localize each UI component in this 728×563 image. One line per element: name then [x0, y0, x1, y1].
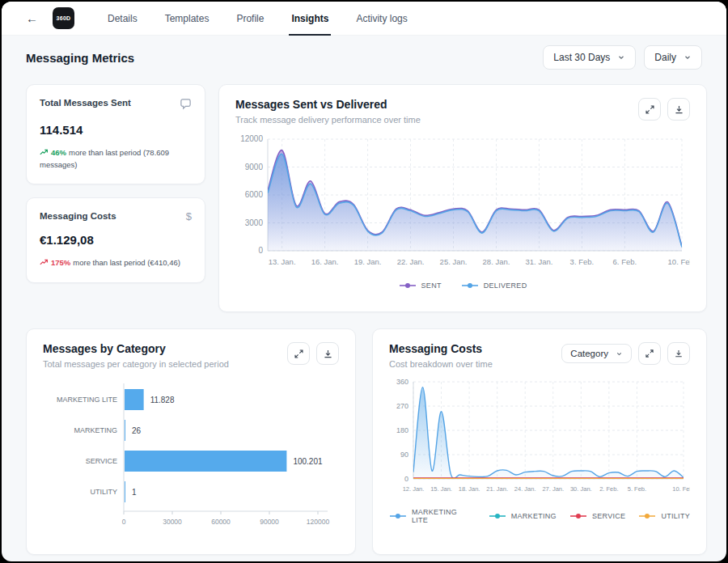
svg-text:25. Jan.: 25. Jan. — [440, 257, 468, 266]
expand-button[interactable] — [287, 342, 310, 365]
svg-text:90: 90 — [400, 451, 408, 459]
svg-text:19. Jan.: 19. Jan. — [354, 257, 382, 266]
top-nav: ← 360D DetailsTemplatesProfileInsightsAc… — [2, 2, 726, 36]
legend-marker-icon — [389, 512, 407, 520]
app-logo[interactable]: 360D — [53, 7, 74, 29]
legend-item-marketing-lite: MARKETING LITE — [389, 508, 476, 524]
trend-up-icon — [40, 258, 49, 267]
card-actions: Category — [561, 342, 690, 365]
stat-value: €1.129,08 — [40, 233, 192, 247]
svg-text:5. Feb.: 5. Feb. — [628, 485, 646, 493]
tab-insights[interactable]: Insights — [277, 2, 342, 36]
svg-text:270: 270 — [396, 402, 408, 410]
svg-text:31. Jan.: 31. Jan. — [526, 257, 553, 266]
chart-subtitle: Cost breakdown over time — [389, 359, 493, 369]
tab-activity-logs[interactable]: Activity logs — [342, 2, 421, 36]
svg-text:60000: 60000 — [211, 518, 231, 526]
chart-legend: SENTDELIVERED — [235, 282, 690, 290]
card-head: Messages by Category Total messages per … — [43, 342, 339, 369]
bottom-row: Messages by Category Total messages per … — [26, 328, 702, 555]
svg-text:13. Jan.: 13. Jan. — [269, 257, 296, 266]
expand-button[interactable] — [638, 98, 661, 121]
svg-text:26: 26 — [132, 426, 142, 435]
download-icon — [323, 349, 333, 359]
back-button[interactable]: ← — [23, 10, 41, 27]
chart-legend: MARKETING LITEMARKETINGSERVICEUTILITY — [389, 508, 690, 524]
page-title: Messaging Metrics — [26, 51, 134, 65]
stat-label: Total Messages Sent — [40, 98, 131, 108]
category-dropdown[interactable]: Category — [561, 344, 632, 363]
card-head-text: Messages by Category Total messages per … — [43, 342, 229, 369]
dollar-icon: $ — [186, 211, 192, 222]
change-percent: 175% — [51, 258, 70, 267]
top-row: Total Messages Sent 114.514 46%more than… — [26, 84, 702, 312]
legend-item-marketing: MARKETING — [489, 508, 557, 524]
svg-text:15. Jan.: 15. Jan. — [430, 485, 452, 493]
svg-text:28. Jan.: 28. Jan. — [483, 257, 510, 266]
svg-text:UTILITY: UTILITY — [90, 488, 117, 496]
stat-head: Messaging Costs $ — [40, 211, 192, 222]
legend-marker-icon — [399, 282, 417, 290]
svg-text:1: 1 — [132, 488, 137, 497]
total-messages-card: Total Messages Sent 114.514 46%more than… — [26, 84, 205, 184]
granularity-value: Daily — [654, 52, 676, 63]
legend-label: UTILITY — [661, 512, 690, 520]
tab-profile[interactable]: Profile — [222, 2, 277, 36]
stat-column: Total Messages Sent 114.514 46%more than… — [26, 84, 205, 312]
download-button[interactable] — [316, 342, 339, 365]
tab-details[interactable]: Details — [94, 2, 151, 36]
svg-text:6000: 6000 — [245, 190, 264, 199]
svg-text:12000: 12000 — [240, 134, 263, 143]
download-button[interactable] — [667, 98, 690, 121]
legend-marker-icon — [489, 512, 506, 520]
messaging-costs-chart-card: Messaging Costs Cost breakdown over time… — [372, 328, 707, 555]
granularity-dropdown[interactable]: Daily — [644, 45, 702, 70]
messaging-costs-card: Messaging Costs $ €1.129,08 175%more tha… — [26, 197, 205, 283]
svg-text:22. Jan.: 22. Jan. — [397, 257, 425, 266]
legend-label: DELIVERED — [484, 282, 527, 290]
change-text: more than last period (€410,46) — [73, 258, 180, 267]
download-icon — [674, 349, 684, 358]
svg-text:MARKETING LITE: MARKETING LITE — [57, 396, 117, 404]
stat-change: 175%more than last period (€410,46) — [40, 257, 192, 269]
trend-up-icon — [40, 148, 49, 157]
svg-text:11.828: 11.828 — [150, 396, 175, 404]
chat-bubble-icon — [180, 98, 192, 112]
tab-templates[interactable]: Templates — [151, 2, 223, 36]
svg-text:30. Jan.: 30. Jan. — [570, 485, 592, 493]
chevron-down-icon — [684, 53, 692, 61]
chart-title: Messaging Costs — [389, 342, 493, 355]
chart-subtitle: Total messages per category in selected … — [43, 359, 229, 369]
expand-icon — [294, 349, 304, 359]
download-button[interactable] — [667, 342, 690, 365]
app-window: ← 360D DetailsTemplatesProfileInsightsAc… — [2, 2, 726, 561]
svg-text:360: 360 — [396, 378, 408, 386]
stat-value: 114.514 — [40, 123, 192, 137]
svg-text:10. Feb.: 10. Feb. — [672, 485, 690, 493]
legend-marker-icon — [638, 512, 656, 520]
legend-item-delivered: DELIVERED — [461, 282, 527, 290]
chevron-down-icon — [617, 53, 625, 61]
legend-item-service: SERVICE — [569, 508, 625, 524]
expand-icon — [645, 349, 654, 358]
category-dropdown-value: Category — [570, 349, 608, 358]
messages-by-category-chart: MARKETING LITE11.828MARKETING26SERVICE10… — [43, 375, 341, 535]
sent-vs-delivered-card: Messages Sent vs Delivered Track message… — [218, 84, 707, 312]
legend-label: SERVICE — [592, 512, 625, 520]
card-head: Messages Sent vs Delivered Track message… — [235, 98, 690, 125]
stat-head: Total Messages Sent — [40, 98, 192, 112]
svg-text:180: 180 — [396, 426, 408, 434]
svg-text:3000: 3000 — [245, 218, 264, 227]
svg-text:0: 0 — [258, 246, 263, 255]
legend-item-utility: UTILITY — [638, 508, 690, 524]
expand-button[interactable] — [638, 342, 661, 365]
expand-icon — [645, 104, 655, 115]
nav-tabs: DetailsTemplatesProfileInsightsActivity … — [94, 2, 421, 36]
legend-label: MARKETING LITE — [412, 508, 476, 524]
svg-text:0: 0 — [122, 518, 126, 526]
sent-delivered-chart: 03000600090001200013. Jan.16. Jan.19. Ja… — [235, 131, 690, 275]
date-range-dropdown[interactable]: Last 30 Days — [543, 45, 636, 70]
svg-text:16. Jan.: 16. Jan. — [311, 257, 339, 266]
page-header: Messaging Metrics Last 30 Days Daily — [26, 45, 702, 70]
card-head-text: Messages Sent vs Delivered Track message… — [235, 98, 421, 125]
